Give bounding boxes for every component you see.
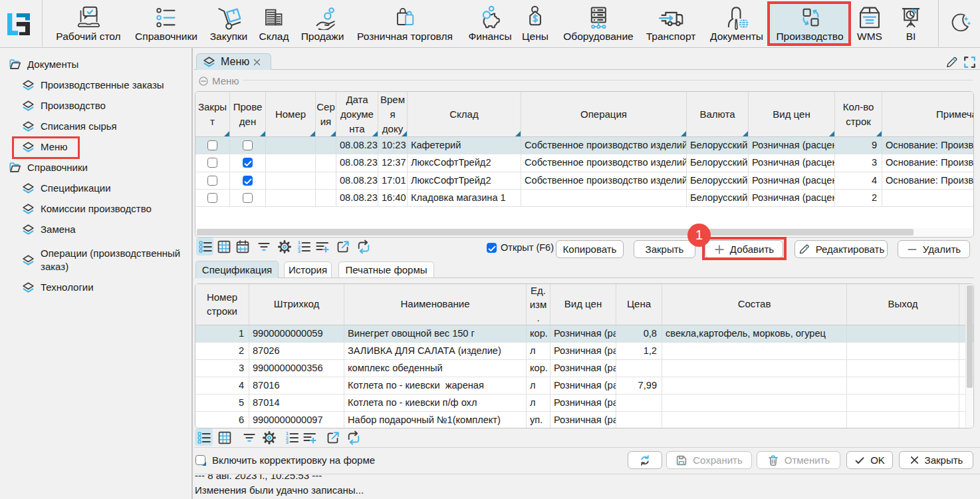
- checkbox[interactable]: [207, 176, 217, 186]
- grid-cell-name[interactable]: Винегрет овощной вес 150 г: [344, 325, 527, 342]
- column-header[interactable]: Наименование: [344, 284, 527, 325]
- column-header[interactable]: Серия: [316, 92, 336, 136]
- checkbox[interactable]: [243, 176, 253, 186]
- grid-cell-num[interactable]: 1: [195, 325, 249, 342]
- grid-cell-name[interactable]: ЗАЛИВКА ДЛЯ САЛАТА (изделие): [344, 343, 527, 359]
- grid-row[interactable]: 08.08.2317:01ЛюксСофтТрейд2Собственное п…: [195, 172, 973, 190]
- export-button[interactable]: [326, 430, 340, 445]
- checkbox[interactable]: [243, 158, 253, 168]
- grid-row[interactable]: 08.08.2310:23КафетерийСобственное произв…: [195, 137, 973, 154]
- column-header[interactable]: Вид цен: [749, 92, 835, 136]
- panel-collapse[interactable]: Меню: [199, 75, 239, 86]
- add-rows-button[interactable]: [315, 240, 330, 254]
- grid-cell-currency[interactable]: Белорусский рубль: [687, 154, 749, 171]
- grid-cell-time[interactable]: 17:01: [378, 172, 408, 189]
- form-edit-button[interactable]: [945, 55, 959, 69]
- nav-item-equipment[interactable]: Оборудование: [563, 0, 633, 47]
- column-header[interactable]: Номер строки: [195, 284, 249, 325]
- calendar-view-button[interactable]: [235, 240, 250, 254]
- reload-grid-button[interactable]: [346, 430, 361, 445]
- tab-close-button[interactable]: [253, 59, 261, 66]
- sidebar-item-spisaniya-syrya[interactable]: Списания сырья: [0, 116, 191, 136]
- open-f6-checkbox[interactable]: [487, 243, 497, 253]
- grid-row[interactable]: 19900000000059Винегрет овощной вес 150 г…: [195, 325, 973, 343]
- grid-row[interactable]: 39900000000356комплекс обеденныйкор.Розн…: [195, 360, 973, 377]
- edit-button[interactable]: Редактировать: [795, 240, 888, 258]
- grid-cell-composition[interactable]: свекла,картофель, морковь, огурец: [662, 325, 847, 342]
- reload-grid-button[interactable]: [356, 240, 371, 254]
- sidebar-item-zamena[interactable]: Замена: [0, 219, 191, 240]
- nav-item-production[interactable]: Производство: [776, 0, 843, 47]
- grid-cell-output[interactable]: [847, 395, 959, 411]
- grid-row[interactable]: 587014Котлета по - киевски п/ф охллРозни…: [195, 395, 973, 412]
- column-header[interactable]: Номер: [266, 92, 316, 136]
- grid-cell-price[interactable]: [616, 360, 662, 377]
- save-button[interactable]: Сохранить: [666, 451, 752, 469]
- add-rows-button[interactable]: [303, 430, 317, 445]
- grid-row[interactable]: 487016Котлета по - киевски жаренаялРозни…: [195, 377, 973, 395]
- nav-item-desktop[interactable]: Рабочий стол: [56, 0, 120, 47]
- grid-cell-composition[interactable]: [662, 360, 847, 377]
- sidebar-folder-spravochniki[interactable]: Справочники: [0, 157, 191, 178]
- sidebar-item-komissii-proizvodstvo[interactable]: Комиссии производство: [0, 198, 191, 219]
- nav-item-catalogs[interactable]: Справочники: [135, 0, 197, 47]
- grid-cell-price_type[interactable]: Розничная (расценка): [749, 172, 835, 189]
- sidebar-item-proizvodstvo[interactable]: Производство: [0, 95, 191, 116]
- nav-item-prices[interactable]: Цены: [522, 0, 549, 47]
- grid-cell-time[interactable]: 16:40: [378, 190, 408, 206]
- ok-button[interactable]: OK: [846, 451, 893, 469]
- grid-cell-price_type[interactable]: Розничная (расценка): [749, 137, 835, 154]
- delete-button[interactable]: Удалить: [898, 240, 970, 258]
- column-header[interactable]: Дата документа: [336, 92, 378, 136]
- grid-cell-price[interactable]: 7,99: [616, 377, 662, 394]
- grid-cell-price[interactable]: [616, 395, 662, 411]
- grid-cell-line_count[interactable]: 9: [835, 137, 882, 154]
- grid-cell-unit[interactable]: уп.: [527, 412, 551, 428]
- toggle-list-view-button[interactable]: [197, 430, 211, 445]
- grid-cell-operation[interactable]: Собственное производство изделий: [521, 137, 687, 154]
- grid-cell-note[interactable]: [882, 190, 974, 206]
- grid-cell-number[interactable]: [266, 190, 316, 206]
- toggle-grid-view-button[interactable]: [217, 430, 232, 445]
- form-fullscreen-button[interactable]: [963, 55, 977, 69]
- checkbox[interactable]: [207, 140, 217, 150]
- checkbox[interactable]: [207, 158, 217, 168]
- grid-cell-price_type[interactable]: Розничная (расценка): [551, 412, 616, 428]
- grid-cell-series[interactable]: [316, 137, 336, 154]
- nav-item-warehouse[interactable]: Склад: [259, 0, 289, 47]
- nav-item-documents[interactable]: Документы: [710, 0, 763, 47]
- grid-cell-series[interactable]: [316, 190, 336, 206]
- row-numbers-button[interactable]: [297, 240, 311, 254]
- grid-cell-composition[interactable]: [662, 412, 847, 428]
- tab-istoriya[interactable]: История: [284, 261, 332, 277]
- row-numbers-button[interactable]: [285, 430, 299, 445]
- settings-gear-button[interactable]: [262, 430, 277, 445]
- grid-cell-operation[interactable]: [521, 190, 687, 206]
- grid-cell-num[interactable]: 5: [195, 395, 249, 411]
- checkbox[interactable]: [243, 193, 253, 203]
- column-header[interactable]: Операция: [521, 92, 687, 136]
- grid-cell-num[interactable]: 3: [195, 360, 249, 377]
- column-header[interactable]: Проведен: [230, 92, 266, 136]
- grid-cell-warehouse[interactable]: Кафетерий: [408, 137, 521, 154]
- grid-cell-barcode[interactable]: 87026: [249, 343, 344, 359]
- app-logo[interactable]: [7, 13, 30, 35]
- checkbox[interactable]: [207, 193, 217, 203]
- dark-mode-toggle[interactable]: [946, 0, 971, 47]
- sidebar-item-operacii[interactable]: Операции (производственный заказ): [0, 240, 191, 277]
- column-header[interactable]: Штрихкод: [249, 284, 344, 325]
- checkbox[interactable]: [243, 140, 253, 150]
- sidebar-item-proizvodstvennye-zakazy[interactable]: Производственные заказы: [0, 75, 191, 95]
- grid-cell-date[interactable]: 08.08.23: [336, 172, 378, 189]
- vertical-scrollbar[interactable]: [965, 285, 973, 427]
- grid-cell-price_type[interactable]: Розничная (расценка): [551, 343, 616, 359]
- sidebar-item-tehnologii[interactable]: Технологии: [0, 277, 191, 297]
- scrollbar-thumb[interactable]: [197, 229, 914, 236]
- grid-cell-date[interactable]: 08.08.23: [336, 137, 378, 154]
- nav-item-wms[interactable]: WMS: [857, 0, 882, 47]
- grid-cell-currency[interactable]: Белорусский рубль: [687, 190, 749, 206]
- refresh-button[interactable]: [628, 451, 662, 469]
- filter-button[interactable]: [257, 240, 271, 254]
- close-form-button[interactable]: Закрыть: [899, 451, 973, 469]
- close-doc-button[interactable]: Закрыть: [634, 240, 695, 258]
